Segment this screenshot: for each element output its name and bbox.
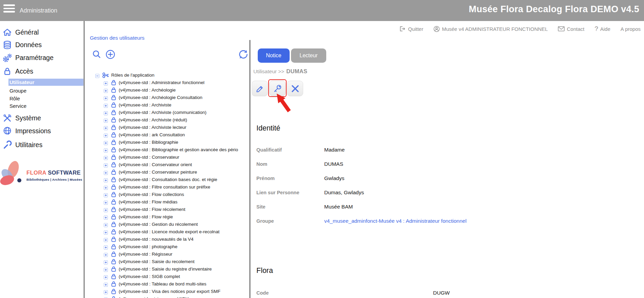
tree-role-row[interactable]: (v4)musee-std : Visa des notices pour ex… [84, 288, 250, 295]
logout-icon [398, 25, 406, 33]
expand-icon[interactable] [104, 193, 108, 197]
sidebar-item-role[interactable]: Rôle [9, 96, 20, 101]
expand-icon[interactable] [104, 245, 108, 249]
add-icon[interactable] [105, 49, 115, 61]
expand-icon[interactable] [104, 163, 108, 167]
lock-icon [111, 296, 116, 298]
expand-icon[interactable] [104, 267, 108, 271]
tree-root-row[interactable]: Rôles de l'application [84, 72, 250, 79]
tree-role-row[interactable]: (v4)musee-std : Consultation bases doc. … [84, 176, 250, 183]
expand-icon[interactable] [104, 148, 108, 152]
expand-icon[interactable] [104, 111, 108, 115]
expand-icon[interactable] [104, 140, 108, 144]
tree-role-row[interactable]: (v4)musee-std : Conservateur [84, 154, 250, 161]
tree-role-row[interactable]: (v4)musee-std : Archéologie Consultation [84, 94, 250, 101]
expand-icon[interactable] [104, 185, 108, 189]
sidebar-item-utilisateur[interactable]: Utilisateur [8, 79, 83, 86]
apropos-link[interactable]: A propos [621, 26, 641, 32]
tree-role-row[interactable]: (v4)musee-std : Flow régie [84, 213, 250, 221]
expand-icon[interactable] [104, 237, 108, 241]
tree-role-row[interactable]: (v4)musee-std : Conservateur peinture [84, 168, 250, 176]
tree-role-row[interactable]: (v4)musee-std : Flow médias [84, 198, 250, 206]
tree-role-row[interactable]: (v4)musee-std : Tableau de bord multi-si… [84, 280, 250, 288]
section-identite: Identité [256, 124, 280, 133]
sidebar-item-donnees[interactable]: Données [0, 40, 83, 50]
delete-button[interactable] [287, 81, 303, 96]
lock-icon [3, 67, 12, 76]
field-label: Lien sur Personne [256, 190, 299, 195]
tab-lecteur[interactable]: Lecteur [291, 48, 326, 63]
sidebar-item-utilitaires[interactable]: Utilitaires [0, 140, 83, 150]
sidebar-item-service[interactable]: Service [9, 103, 26, 109]
search-icon[interactable] [92, 50, 101, 60]
expand-icon[interactable] [104, 88, 108, 92]
expand-icon[interactable] [104, 290, 108, 294]
tab-notice[interactable]: Notice [258, 48, 290, 63]
tree-role-row[interactable]: (v4)musee-std : Conservateur orient [84, 161, 250, 168]
expand-icon[interactable] [104, 125, 108, 130]
sidebar-item-acces[interactable]: Accès [0, 66, 83, 77]
edit-button[interactable] [252, 81, 268, 96]
expand-icon[interactable] [104, 81, 108, 85]
tree-role-row[interactable]: (v4)musee-std : SIGB complet [84, 273, 250, 280]
wrench-icon [3, 140, 12, 150]
tree-role-row[interactable]: (v4)musee-std : Flow récolement [84, 206, 250, 213]
tree-role-row[interactable]: (v4)musee-std : Archéologie [84, 86, 250, 94]
lock-icon [111, 162, 116, 167]
expand-icon[interactable] [104, 275, 108, 279]
tree-role-row[interactable]: (v4)musee-std : Archiviste [84, 101, 250, 109]
sidebar-item-general[interactable]: Général [0, 27, 83, 38]
tree-role-row[interactable]: (v4)musee-std : Bibliographie [84, 139, 250, 146]
tree-role-row[interactable]: (v4)musee-std : ark Consultation [84, 131, 250, 139]
lock-icon [111, 154, 116, 160]
tree-role-row[interactable]: (v4)musee-std : photographe [84, 243, 250, 251]
tree-role-row[interactable]: (v4)musee-std : Licence module export e-… [84, 228, 250, 236]
contact-link[interactable]: Contact [558, 26, 584, 32]
expand-icon[interactable] [104, 260, 108, 264]
aide-link[interactable]: ? Aide [594, 25, 610, 33]
expand-icon[interactable] [104, 170, 108, 174]
expand-icon[interactable] [104, 282, 108, 286]
tree-role-row[interactable]: (v4)musee-std : Archiviste lecteur [84, 124, 250, 131]
expand-icon[interactable] [104, 103, 108, 107]
sidebar-item-parametrage[interactable]: Paramétrage [0, 53, 83, 63]
tree-role-row[interactable]: (v4)musee-std : Régisseur [84, 251, 250, 258]
tree-role-row[interactable]: (v4)musee-std : Saisie du recolement [84, 258, 250, 265]
expand-icon[interactable] [104, 207, 108, 212]
tree-role-row[interactable]: (v4)musee-std : Gestion du récolement [84, 221, 250, 228]
tree-role-row[interactable]: (v4)musee-std : Archiviste (communicatio… [84, 109, 250, 116]
tree-role-row[interactable]: (v4)musee-std : nouveautés de la V4 [84, 236, 250, 243]
field-label: Groupe [256, 218, 274, 224]
expand-icon[interactable] [104, 155, 108, 159]
expand-icon[interactable] [104, 133, 108, 137]
logo-dot [17, 178, 21, 182]
collapse-icon[interactable] [95, 73, 99, 77]
password-button[interactable] [269, 81, 286, 96]
expand-icon[interactable] [104, 230, 108, 234]
expand-icon[interactable] [104, 96, 108, 100]
lock-icon [111, 289, 116, 294]
current-user[interactable]: Musée v4 ADMINISTRATEUR FONCTIONNEL [433, 26, 548, 32]
expand-icon[interactable] [104, 252, 108, 256]
expand-icon[interactable] [104, 200, 108, 204]
tree-role-row[interactable]: (v4)musee-std : Filtre consultation sur … [84, 183, 250, 191]
expand-icon[interactable] [104, 222, 108, 226]
sidebar-item-impressions[interactable]: Impressions [0, 126, 83, 136]
tree-role-row[interactable]: (v4)musee-std : visionneuse HIGH [84, 295, 250, 298]
lock-icon [111, 214, 116, 220]
expand-icon[interactable] [104, 178, 108, 182]
hamburger-menu-icon[interactable] [3, 4, 16, 14]
lock-icon [111, 199, 116, 205]
tree-role-row[interactable]: (v4)musee-std : Flow collections [84, 191, 250, 198]
tree-role-row[interactable]: (v4)musee-std : Archiviste (réduit) [84, 116, 250, 124]
sidebar-item-groupe[interactable]: Groupe [9, 88, 26, 94]
expand-icon[interactable] [104, 118, 108, 122]
tree-role-row[interactable]: (v4)musee-std : Administrateur fonctionn… [84, 79, 250, 86]
sidebar-item-systeme[interactable]: Système [0, 113, 83, 123]
refresh-icon[interactable] [239, 50, 248, 60]
tree-role-row[interactable]: (v4)musee-std : Bibliographie et gestion… [84, 146, 250, 154]
expand-icon[interactable] [104, 215, 108, 219]
tree-role-row[interactable]: (v4)musee-std : Saisie du registre d'inv… [84, 265, 250, 273]
quitter-link[interactable]: Quitter [398, 25, 423, 33]
lock-icon [111, 229, 116, 235]
